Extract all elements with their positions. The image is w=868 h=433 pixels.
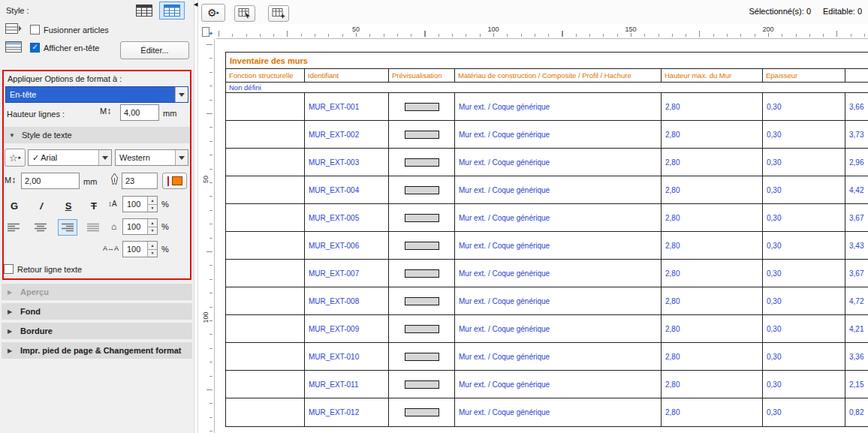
- line-spacing-stepper[interactable]: 100 ▲▼: [122, 196, 158, 212]
- fusionner-checkbox[interactable]: [30, 25, 40, 35]
- script-dropdown[interactable]: Western: [115, 149, 188, 166]
- cell-preview[interactable]: [389, 232, 455, 259]
- cell-material[interactable]: Mur ext. / Coque générique: [455, 93, 662, 120]
- cell-function[interactable]: [226, 343, 305, 370]
- column-header[interactable]: Prévisualisation: [389, 69, 455, 82]
- table-row[interactable]: MUR_EXT-008Mur ext. / Coque générique2,8…: [226, 287, 868, 315]
- ruler-origin-button[interactable]: [200, 25, 215, 38]
- table-row[interactable]: MUR_EXT-002Mur ext. / Coque générique2,8…: [226, 121, 868, 149]
- cell-id[interactable]: MUR_EXT-009: [305, 315, 389, 342]
- font-size-input[interactable]: 2,00: [21, 173, 80, 189]
- stepper-down-icon[interactable]: ▼: [148, 227, 157, 235]
- cell-thickness[interactable]: 0,30: [763, 121, 845, 148]
- cell-material[interactable]: Mur ext. / Coque générique: [455, 121, 662, 148]
- schedule-canvas[interactable]: Inventaire des murs Fonction structurell…: [215, 39, 868, 433]
- column-header[interactable]: Epaisseur: [763, 69, 845, 82]
- cell-max-height[interactable]: 2,80: [662, 371, 763, 398]
- chevron-down-icon[interactable]: [175, 150, 188, 165]
- cell-preview[interactable]: [389, 315, 455, 342]
- cell-function[interactable]: [226, 176, 305, 203]
- row-height-input[interactable]: 4,00: [120, 104, 159, 121]
- table-row[interactable]: MUR_EXT-005Mur ext. / Coque générique2,8…: [226, 204, 868, 232]
- column-header[interactable]: Matériau de construction / Composite / P…: [455, 69, 662, 82]
- cell-material[interactable]: Mur ext. / Coque générique: [455, 149, 662, 176]
- table-row[interactable]: MUR_EXT-003Mur ext. / Coque générique2,8…: [226, 149, 868, 176]
- cell-preview[interactable]: [389, 204, 455, 231]
- cell-extra[interactable]: 2,15: [845, 371, 868, 398]
- table-row[interactable]: MUR_EXT-007Mur ext. / Coque générique2,8…: [226, 260, 868, 287]
- style-view-compact-button[interactable]: [132, 2, 156, 20]
- cell-preview[interactable]: [389, 398, 455, 426]
- table-row[interactable]: MUR_EXT-012Mur ext. / Coque générique2,8…: [226, 398, 868, 426]
- afficher-checkbox[interactable]: [30, 43, 40, 53]
- pen-color-button[interactable]: [162, 173, 187, 189]
- cell-material[interactable]: Mur ext. / Coque générique: [455, 398, 662, 426]
- section-apercu[interactable]: ▶ Aperçu: [2, 284, 192, 300]
- editer-button[interactable]: Éditer...: [120, 41, 189, 59]
- chevron-down-icon[interactable]: [175, 87, 188, 102]
- column-header-cropped[interactable]: [845, 69, 868, 82]
- table-row[interactable]: MUR_EXT-010Mur ext. / Coque générique2,8…: [226, 343, 868, 371]
- table-title-row[interactable]: Inventaire des murs: [226, 53, 868, 69]
- cell-id[interactable]: MUR_EXT-002: [305, 121, 389, 148]
- section-style-de-texte[interactable]: ▼ Style de texte: [3, 127, 191, 143]
- cell-function[interactable]: [226, 93, 305, 120]
- cell-max-height[interactable]: 2,80: [662, 149, 763, 176]
- cell-max-height[interactable]: 2,80: [662, 121, 763, 148]
- horizontal-ruler[interactable]: 50100150200: [216, 24, 868, 39]
- table-row[interactable]: MUR_EXT-006Mur ext. / Coque générique2,8…: [226, 232, 868, 260]
- strikethrough-button[interactable]: T: [83, 197, 105, 215]
- cell-thickness[interactable]: 0,30: [763, 260, 845, 287]
- cell-function[interactable]: [226, 315, 305, 342]
- letter-spacing-stepper[interactable]: 100 ▲▼: [122, 241, 158, 257]
- cell-max-height[interactable]: 2,80: [662, 260, 763, 287]
- cell-id[interactable]: MUR_EXT-008: [305, 287, 389, 314]
- cell-extra[interactable]: 0,82: [845, 398, 868, 426]
- favorite-star-button[interactable]: ☆ ▸: [5, 149, 26, 167]
- cell-thickness[interactable]: 0,30: [763, 371, 845, 398]
- cell-thickness[interactable]: 0,30: [763, 315, 845, 342]
- column-header[interactable]: Hauteur max. du Mur: [662, 69, 763, 82]
- style-view-detailed-button[interactable]: [159, 2, 185, 20]
- cell-max-height[interactable]: 2,80: [662, 176, 763, 203]
- cell-extra[interactable]: 3,67: [845, 204, 868, 231]
- stepper-down-icon[interactable]: ▼: [148, 250, 157, 257]
- column-header[interactable]: Fonction structurelle: [226, 69, 305, 82]
- cell-extra[interactable]: 2,96: [845, 149, 868, 176]
- cell-function[interactable]: [226, 371, 305, 398]
- select-fields-button[interactable]: [234, 5, 255, 22]
- align-left-button[interactable]: [4, 219, 23, 236]
- cell-id[interactable]: MUR_EXT-011: [305, 371, 389, 398]
- cell-thickness[interactable]: 0,30: [763, 149, 845, 176]
- cell-preview[interactable]: [389, 176, 455, 203]
- collapse-left-icon[interactable]: ◀: [194, 2, 197, 8]
- cell-material[interactable]: Mur ext. / Coque générique: [455, 371, 662, 398]
- cell-max-height[interactable]: 2,80: [662, 315, 763, 342]
- cell-extra[interactable]: 3,43: [845, 232, 868, 259]
- cell-material[interactable]: Mur ext. / Coque générique: [455, 287, 662, 314]
- section-bordure[interactable]: ▶ Bordure: [2, 323, 192, 339]
- cell-max-height[interactable]: 2,80: [662, 343, 763, 370]
- cell-preview[interactable]: [389, 121, 455, 148]
- italic-button[interactable]: /: [30, 197, 53, 215]
- align-right-button[interactable]: [58, 219, 77, 236]
- cell-max-height[interactable]: 2,80: [662, 93, 763, 120]
- new-field-button[interactable]: [268, 5, 289, 22]
- cell-function[interactable]: [226, 260, 305, 287]
- cell-id[interactable]: MUR_EXT-012: [305, 398, 389, 426]
- cell-thickness[interactable]: 0,30: [763, 176, 845, 203]
- cell-max-height[interactable]: 2,80: [662, 398, 763, 426]
- char-width-stepper[interactable]: 100 ▲▼: [122, 218, 158, 235]
- group-row[interactable]: Non défini: [226, 83, 868, 93]
- cell-function[interactable]: [226, 287, 305, 314]
- cell-material[interactable]: Mur ext. / Coque générique: [455, 260, 662, 287]
- settings-button[interactable]: ⚙ ▸: [201, 4, 225, 22]
- cell-thickness[interactable]: 0,30: [763, 93, 845, 120]
- cell-material[interactable]: Mur ext. / Coque générique: [455, 232, 662, 259]
- cell-thickness[interactable]: 0,30: [763, 204, 845, 231]
- cell-extra[interactable]: 4,42: [845, 176, 868, 203]
- cell-max-height[interactable]: 2,80: [662, 232, 763, 259]
- cell-function[interactable]: [226, 204, 305, 231]
- stepper-up-icon[interactable]: ▲: [148, 219, 157, 227]
- bold-button[interactable]: G: [3, 197, 26, 215]
